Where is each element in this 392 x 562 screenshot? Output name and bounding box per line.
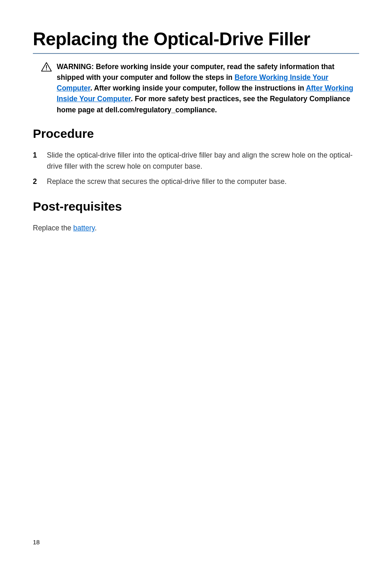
postreq-prefix: Replace the: [33, 224, 73, 232]
procedure-heading: Procedure: [33, 127, 359, 141]
step-text: Replace the screw that secures the optic…: [47, 176, 359, 187]
postreq-heading: Post-requisites: [33, 200, 359, 214]
page-number: 18: [33, 539, 40, 546]
postreq-suffix: .: [95, 224, 97, 232]
link-battery[interactable]: battery: [73, 224, 95, 232]
svg-point-1: [46, 69, 47, 70]
warning-mid1: . After working inside your computer, fo…: [90, 84, 306, 92]
warning-text: WARNING: Before working inside your comp…: [57, 61, 359, 115]
procedure-step: Slide the optical-drive filler into the …: [33, 150, 359, 172]
postreq-text: Replace the battery.: [33, 223, 359, 233]
step-text: Slide the optical-drive filler into the …: [47, 150, 359, 172]
page-title: Replacing the Optical-Drive Filler: [33, 29, 359, 50]
warning-icon: [41, 62, 52, 72]
procedure-step: Replace the screw that secures the optic…: [33, 176, 359, 187]
title-divider: [33, 53, 359, 54]
procedure-list: Slide the optical-drive filler into the …: [33, 150, 359, 187]
warning-block: WARNING: Before working inside your comp…: [33, 61, 359, 115]
